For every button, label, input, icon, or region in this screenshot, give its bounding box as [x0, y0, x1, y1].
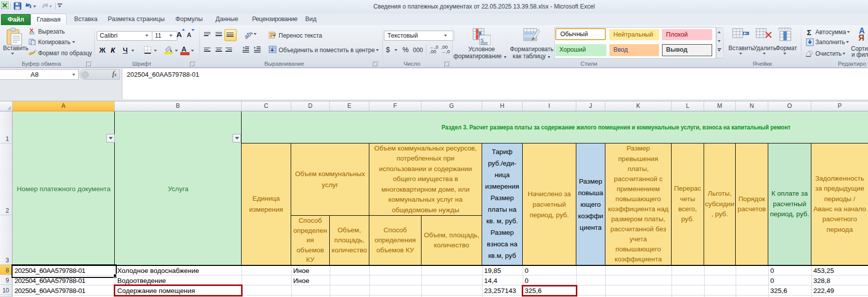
svg-text:≤: ≤: [481, 37, 484, 43]
svg-text:ab: ab: [244, 31, 253, 39]
